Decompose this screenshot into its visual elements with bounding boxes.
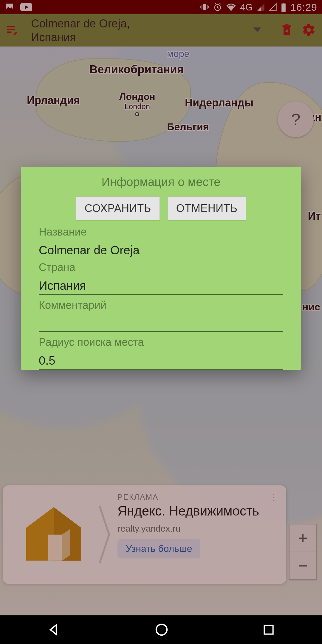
comment-input[interactable]	[39, 317, 283, 332]
back-button[interactable]	[47, 623, 61, 637]
cancel-button[interactable]: ОТМЕНИТЬ	[168, 196, 246, 220]
comment-label: Комментарий	[39, 299, 283, 312]
name-value: Colmenar de Oreja	[39, 244, 283, 257]
svg-rect-18	[264, 625, 273, 634]
home-button[interactable]	[154, 623, 169, 637]
name-label: Название	[39, 226, 283, 238]
save-button[interactable]: СОХРАНИТЬ	[76, 196, 160, 220]
dialog-title: Информация о месте	[39, 175, 283, 189]
screen: 4G 16:29 Colmenar de Oreja, Испания	[0, 0, 322, 644]
place-info-dialog: Информация о месте СОХРАНИТЬ ОТМЕНИТЬ На…	[21, 167, 301, 370]
recents-button[interactable]	[262, 623, 275, 636]
svg-point-17	[156, 624, 167, 635]
country-input[interactable]: Испания	[39, 279, 283, 295]
radius-input[interactable]: 0.5	[39, 354, 283, 370]
country-label: Страна	[39, 261, 283, 274]
android-navbar	[0, 615, 322, 644]
radius-label: Радиус поиска места	[39, 336, 283, 349]
